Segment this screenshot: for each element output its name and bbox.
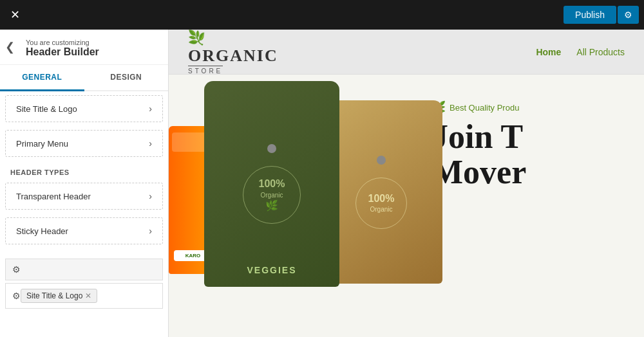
gear-icon-small: ⚙ <box>12 291 21 301</box>
nav-links: Home All Products <box>536 47 625 57</box>
nav-all-products[interactable]: All Products <box>576 47 625 57</box>
preview-background: KARO 100% Organic 🌿 VEGGIES <box>169 75 644 337</box>
sidebar-item-site-title-logo[interactable]: Site Title & Logo › <box>5 95 163 122</box>
primary-menu-label: Primary Menu <box>16 139 68 149</box>
settings-button[interactable]: ⚙ <box>618 6 639 24</box>
best-quality-text: 🌿 Best Quality Produ <box>431 100 631 114</box>
green-bag-organic: Organic <box>260 191 283 199</box>
transparent-header-label: Transparent Header <box>16 192 91 201</box>
logo-store: STORE <box>188 66 223 75</box>
sidebar: ❮ You are customizing Header Builder Gen… <box>0 30 169 337</box>
tab-design[interactable]: Design <box>84 65 169 91</box>
green-bag-bottom-text: VEGGIES <box>247 265 296 275</box>
chevron-right-icon: › <box>149 138 152 149</box>
brown-bag-zipper <box>377 156 386 165</box>
tab-general[interactable]: General <box>0 65 84 91</box>
green-bag: 100% Organic 🌿 VEGGIES <box>204 81 339 287</box>
bottom-tag-row: ⚙ Site Title & Logo ✕ <box>5 283 163 309</box>
tag-label: Site Title & Logo <box>26 291 82 300</box>
sidebar-item-sticky-header[interactable]: Sticky Header › <box>5 217 163 244</box>
hero-text: 🌿 Best Quality Produ Join T Mover <box>419 87 644 203</box>
preview-header: 🌿 ORGANIC STORE Home All Products <box>169 30 644 75</box>
site-title-logo-tag[interactable]: Site Title & Logo ✕ <box>21 289 97 303</box>
brown-bag-label: 100% Organic <box>355 178 407 229</box>
logo-area: 🌿 ORGANIC STORE <box>188 30 278 75</box>
sidebar-item-primary-menu[interactable]: Primary Menu › <box>5 130 163 157</box>
chevron-right-icon: › <box>149 226 152 236</box>
transparent-header-row: Transparent Header › <box>0 179 168 214</box>
green-bag-wreath: 🌿 <box>265 199 278 213</box>
join-title: Join T Mover <box>431 120 631 190</box>
logo-organic: ORGANIC <box>188 46 278 66</box>
bag-zipper <box>267 144 276 153</box>
sidebar-item-transparent-header[interactable]: Transparent Header › <box>5 183 163 210</box>
main-layout: ❮ You are customizing Header Builder Gen… <box>0 30 644 337</box>
nav-home[interactable]: Home <box>536 47 561 57</box>
logo-leaf-icon: 🌿 <box>188 30 205 46</box>
sticky-header-label: Sticky Header <box>16 226 68 236</box>
top-bar: ✕ Publish ⚙ <box>0 0 644 30</box>
back-button[interactable]: ❮ <box>5 40 15 54</box>
green-bag-percent: 100% <box>259 178 285 191</box>
chevron-right-icon: › <box>149 191 152 201</box>
chevron-right-icon: › <box>149 104 152 114</box>
customizing-label: You are customizing <box>26 39 158 46</box>
preview-area: 🌿 ORGANIC STORE Home All Products KARO <box>169 30 644 337</box>
green-bag-label: 100% Organic 🌿 <box>243 166 301 224</box>
tabs-container: General Design <box>0 65 168 91</box>
tag-close-icon[interactable]: ✕ <box>85 291 91 300</box>
brown-bag-percent: 100% <box>368 192 395 206</box>
site-title-logo-label: Site Title & Logo <box>16 104 77 114</box>
close-button[interactable]: ✕ <box>5 5 25 24</box>
sidebar-header: ❮ You are customizing Header Builder <box>0 30 168 65</box>
preview-content: KARO 100% Organic 🌿 VEGGIES <box>169 75 644 337</box>
publish-button[interactable]: Publish <box>564 6 616 24</box>
gear-icon: ⚙ <box>12 264 21 275</box>
brown-bag-organic: Organic <box>370 205 392 214</box>
gear-settings-row[interactable]: ⚙ <box>5 259 163 280</box>
sidebar-bottom: ⚙ ⚙ Site Title & Logo ✕ <box>0 253 168 314</box>
sidebar-title: Header Builder <box>26 46 158 58</box>
header-types-section-header: Header Types <box>0 161 168 179</box>
